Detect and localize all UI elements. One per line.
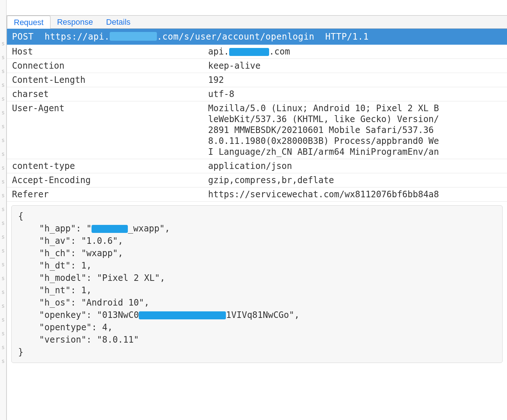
body-line: } <box>18 347 23 357</box>
header-value: https://servicewechat.com/wx8112076bf6bb… <box>203 187 507 202</box>
request-body: { "h_app": "_wxapp", "h_av": "1.0.6", "h… <box>11 205 503 363</box>
body-line: { <box>18 211 23 221</box>
header-value: 192 <box>203 73 507 87</box>
body-line: "h_ch": "wxapp", <box>18 248 123 258</box>
body-line: "h_av": "1.0.6", <box>18 236 123 246</box>
table-row: Connection keep-alive <box>7 59 507 73</box>
host-prefix: api. <box>208 47 229 57</box>
body-line: _wxapp", <box>128 223 170 234</box>
tab-response[interactable]: Response <box>50 16 100 29</box>
redacted-host-icon <box>229 48 269 56</box>
redacted-text-icon <box>139 311 226 319</box>
table-row: User-Agent Mozilla/5.0 (Linux; Android 1… <box>7 101 507 159</box>
header-value: application/json <box>203 159 507 173</box>
header-key: content-type <box>7 159 203 173</box>
header-key: Referer <box>7 187 203 202</box>
table-row: Host api..com <box>7 45 507 59</box>
header-key: User-Agent <box>7 101 203 159</box>
body-line: "openkey": "013NwC0 <box>18 310 139 320</box>
body-line: "version": "8.0.11" <box>18 335 139 345</box>
body-line: "h_app": " <box>18 223 92 234</box>
body-line: "h_dt": 1, <box>18 261 92 271</box>
tab-request[interactable]: Request <box>7 16 50 29</box>
http-method: POST <box>12 32 34 42</box>
table-row: content-type application/json <box>7 159 507 173</box>
redacted-text-icon <box>92 225 128 233</box>
table-row: Referer https://servicewechat.com/wx8112… <box>7 187 507 202</box>
url-prefix: https://api. <box>45 32 110 42</box>
request-panel: Request Response Details POST https://ap… <box>7 15 507 420</box>
table-row: Content-Length 192 <box>7 73 507 87</box>
header-key: charset <box>7 87 203 101</box>
redacted-host-icon <box>110 32 157 41</box>
body-line: "h_os": "Android 10", <box>18 298 149 308</box>
header-value: keep-alive <box>203 59 507 73</box>
tabs-bar: Request Response Details <box>7 16 507 29</box>
body-line: "opentype": 4, <box>18 322 113 332</box>
headers-table: Host api..com Connection keep-alive Cont… <box>7 45 507 202</box>
body-line: "h_nt": 1, <box>18 285 92 295</box>
http-protocol: HTTP/1.1 <box>325 32 369 42</box>
line-gutter: ssssss ssssss ssssss ssssss <box>0 0 7 420</box>
header-key: Accept-Encoding <box>7 173 203 187</box>
header-value: gzip,compress,br,deflate <box>203 173 507 187</box>
header-key: Content-Length <box>7 73 203 87</box>
header-value: api..com <box>203 45 507 59</box>
header-key: Connection <box>7 59 203 73</box>
table-row: Accept-Encoding gzip,compress,br,deflate <box>7 173 507 187</box>
header-key: Host <box>7 45 203 59</box>
http-request-line: POST https://api..com/s/user/account/ope… <box>7 29 507 45</box>
body-line: 1VIVq81NwCGo", <box>226 310 299 320</box>
header-value: utf-8 <box>203 87 507 101</box>
tab-details[interactable]: Details <box>100 16 137 29</box>
table-row: charset utf-8 <box>7 87 507 101</box>
header-value: Mozilla/5.0 (Linux; Android 10; Pixel 2 … <box>203 101 507 159</box>
url-suffix: .com/s/user/account/openlogin <box>157 32 315 42</box>
host-suffix: .com <box>269 47 290 57</box>
body-line: "h_model": "Pixel 2 XL", <box>18 273 165 283</box>
